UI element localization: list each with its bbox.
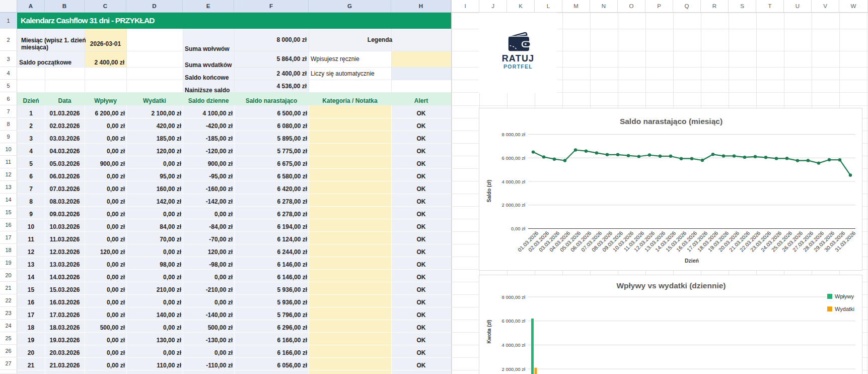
svg-text:PORTFEL: PORTFEL <box>503 64 533 70</box>
svg-text:8 000,00 zł: 8 000,00 zł <box>502 294 526 300</box>
svg-text:Wpływy: Wpływy <box>835 293 854 299</box>
svg-text:Saldo (zł): Saldo (zł) <box>486 180 492 202</box>
svg-text:4 000,00 zł: 4 000,00 zł <box>502 342 526 348</box>
svg-text:8 000,00 zł: 8 000,00 zł <box>502 132 526 137</box>
svg-text:Dzień: Dzień <box>685 258 699 264</box>
svg-text:4 000,00 zł: 4 000,00 zł <box>502 179 526 184</box>
svg-text:6 000,00 zł: 6 000,00 zł <box>502 155 526 161</box>
svg-text:Kwota (zł): Kwota (zł) <box>486 320 492 343</box>
svg-text:6 000,00 zł: 6 000,00 zł <box>502 318 526 324</box>
svg-text:Saldo narastająco (miesiąc): Saldo narastająco (miesiąc) <box>620 117 722 126</box>
svg-text:Wpływy vs wydatki (dziennie): Wpływy vs wydatki (dziennie) <box>616 281 726 290</box>
svg-text:Wydatki: Wydatki <box>835 306 854 312</box>
svg-text:2 000,00 zł: 2 000,00 zł <box>502 366 526 372</box>
svg-text:RATUJ: RATUJ <box>502 53 535 64</box>
svg-text:0,00 zł: 0,00 zł <box>511 226 526 231</box>
svg-text:2 000,00 zł: 2 000,00 zł <box>502 202 526 208</box>
